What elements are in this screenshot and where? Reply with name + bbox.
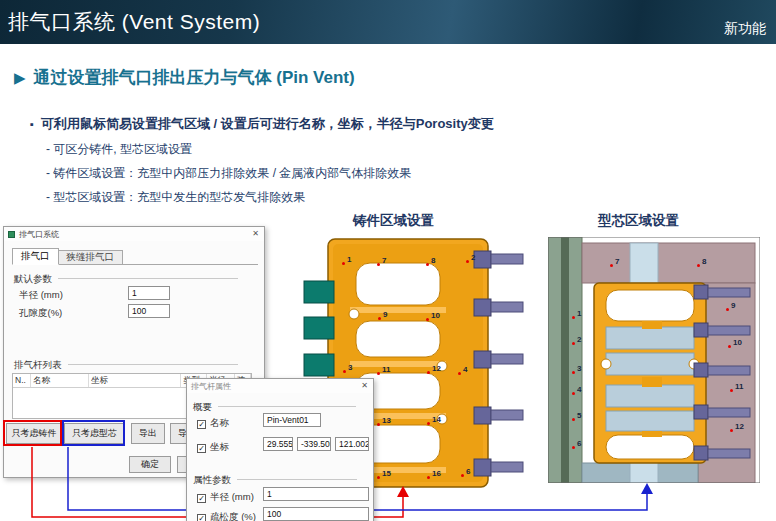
property-params-group: 属性参数 [193,474,357,487]
checkbox-checked-icon[interactable] [197,494,206,503]
export-button-1[interactable]: 导出 [131,423,165,444]
sub-bullet-1: - 可区分铸件, 型芯区域设置 [46,141,192,158]
new-feature-badge: 新功能 [724,20,766,38]
vent-pin-properties-dialog: 排气杆属性 ✕ 概要 名称 Pin-Vent01 坐标 29.5555 -339… [186,378,374,521]
section-heading-text: 通过设置排气口排出压力与气体 (Pin Vent) [34,68,355,87]
checkbox-checked-icon[interactable] [197,444,206,453]
radius-checkbox[interactable]: 半径 (mm) [197,491,254,504]
dialog-titlebar[interactable]: 排气口系统 ✕ [4,227,264,241]
vent-pin-list-group: 排气杆列表 [14,359,238,372]
tab-slit-vent[interactable]: 狭缝排气口 [58,250,124,265]
dialog-tabs: 排气口 狭缝排气口 [12,248,123,265]
porosity-label: 孔隙度(%) [19,307,62,320]
close-icon[interactable]: ✕ [252,229,259,238]
core-region-image: 123456789101112 [548,237,760,483]
header-bar: 排气口系统 (Vent System) 新功能 [0,0,776,44]
page-title: 排气口系统 (Vent System) [8,8,260,36]
checkbox-checked-icon[interactable] [197,514,206,521]
table-header-cell: 名称 [31,374,89,387]
chill-blocks [304,281,334,376]
sub-bullet-3: - 型芯区域设置：充型中发生的型芯发气排除效果 [46,189,305,206]
tab-pin-vent[interactable]: 排气口 [12,248,59,265]
prop-dialog-titlebar[interactable]: 排气杆属性 ✕ [187,379,373,393]
radius-label: 半径 (mm) [19,289,63,302]
coord-x-input[interactable]: 29.5555 [263,437,293,451]
triangle-bullet-icon: ▶ [14,69,26,86]
porosity-input[interactable]: 100 [128,304,170,318]
prop-porosity-input[interactable]: 100 [263,507,369,521]
porosity-checkbox[interactable]: 疏松度 (%) [197,511,256,521]
coord-checkbox[interactable]: 坐标 [197,441,229,454]
prop-dialog-title: 排气杆属性 [191,382,231,391]
slide: 排气口系统 (Vent System) 新功能 ▶通过设置排气口排出压力与气体 … [0,0,776,521]
default-params-group: 默认参数 [14,273,238,286]
section-heading: ▶通过设置排气口排出压力与气体 (Pin Vent) [14,66,355,89]
red-highlight-box [3,420,62,446]
app-icon [8,231,15,238]
coord-y-input[interactable]: -339.505 [297,437,331,451]
coord-z-input[interactable]: 121.002 [335,437,369,451]
radius-input[interactable]: 1 [128,286,170,300]
sub-bullet-2: - 铸件区域设置：充型中内部压力排除效果 / 金属液内部气体排除效果 [46,165,411,182]
name-input[interactable]: Pin-Vent01 [263,413,321,427]
prop-radius-input[interactable]: 1 [263,487,369,501]
close-icon[interactable]: ✕ [361,381,368,390]
table-header-cell: 坐标 [89,374,181,387]
name-checkbox[interactable]: 名称 [197,417,229,430]
ok-button[interactable]: 确定 [129,456,171,473]
main-bullet: 可利用鼠标简易设置排气区域 / 设置后可进行名称，坐标，半径与Porosity变… [30,115,494,133]
blue-highlight-box [62,420,125,446]
table-header-cell: N.. [13,374,31,387]
casting-figure-label: 铸件区域设置 [353,212,434,230]
dialog-title: 排气口系统 [19,230,59,239]
core-3d-model [548,237,760,483]
checkbox-checked-icon[interactable] [197,420,206,429]
core-figure-label: 型芯区域设置 [598,212,679,230]
